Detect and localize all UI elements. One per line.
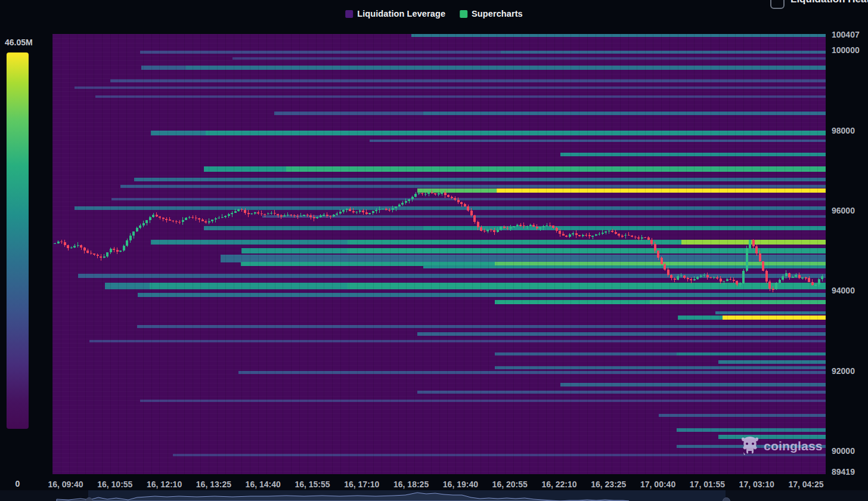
colorbar-gradient	[7, 52, 29, 429]
candle-body	[126, 240, 128, 246]
candle-body	[552, 225, 554, 228]
time-axis-label: 16, 13:25	[196, 480, 231, 489]
candle-body	[188, 217, 191, 218]
candle-body	[772, 289, 774, 289]
price-axis-label: 98000	[832, 126, 855, 135]
navigator-left-handle-icon[interactable]	[85, 497, 93, 501]
candle-body	[254, 212, 256, 213]
candle-body	[670, 275, 672, 279]
candle-body	[457, 200, 460, 202]
candle-body	[477, 222, 479, 228]
candle-body	[706, 275, 709, 277]
candle-body	[70, 248, 73, 248]
chart-legend: Liquidation Leverage Supercharts	[345, 9, 523, 18]
candle-body	[739, 283, 742, 284]
candle-body	[562, 234, 565, 236]
legend-swatch-purple-icon	[345, 10, 353, 18]
candle-body	[106, 252, 108, 256]
candle-body	[339, 212, 342, 214]
candle-body	[805, 277, 807, 278]
candle-body	[247, 213, 250, 215]
candle-body	[779, 280, 781, 283]
price-axis-label: 100000	[832, 45, 860, 55]
candle-body	[490, 230, 492, 230]
candle-body	[57, 242, 60, 243]
candle-body	[454, 198, 456, 200]
candle-body	[447, 195, 450, 197]
candle-body	[519, 225, 522, 225]
candle-body	[336, 214, 338, 215]
candle-body	[379, 209, 381, 211]
candle-body	[195, 218, 197, 218]
checkbox-label[interactable]: Liquidation Heatmap	[790, 0, 868, 5]
legend-label: Supercharts	[472, 9, 523, 18]
candle-body	[591, 236, 594, 236]
candle-body	[67, 245, 69, 248]
chart-navigator[interactable]	[0, 490, 868, 501]
candle-body	[621, 236, 624, 236]
price-axis-label: 96000	[832, 206, 855, 215]
candle-body	[152, 215, 154, 217]
candle-body	[493, 230, 495, 233]
candle-body	[510, 227, 512, 228]
candle-body	[736, 281, 738, 284]
candle-body	[198, 218, 200, 219]
legend-item-supercharts[interactable]: Supercharts	[460, 9, 523, 18]
candle-wick	[491, 228, 491, 232]
candle-body	[257, 212, 259, 213]
candle-body	[162, 218, 165, 219]
time-axis-label: 16, 18:25	[393, 480, 429, 489]
candle-body	[755, 246, 758, 253]
candle-body	[615, 232, 617, 234]
candle-body	[411, 197, 414, 199]
candle-body	[602, 233, 604, 234]
candle-body	[224, 216, 227, 217]
time-axis-label: 16, 12:10	[147, 480, 182, 489]
candle-body	[169, 219, 171, 220]
candle-body	[323, 215, 325, 215]
candle-body	[372, 211, 374, 213]
price-axis-label: 100407	[832, 30, 860, 39]
navigator-right-handle-icon[interactable]	[723, 497, 730, 501]
candle-body	[414, 194, 417, 197]
candle-wick	[307, 214, 308, 217]
candle-body	[136, 228, 138, 231]
candle-body	[733, 280, 735, 281]
heatmap-plot-area[interactable]: coinglass	[52, 34, 826, 474]
candle-body	[359, 211, 361, 212]
candle-body	[365, 212, 368, 214]
candle-body	[782, 276, 784, 280]
candle-body	[182, 220, 184, 222]
candle-body	[749, 240, 751, 248]
checkbox[interactable]	[770, 0, 785, 9]
candle-body	[480, 227, 482, 231]
candle-body	[427, 193, 430, 194]
legend-item-liquidation-leverage[interactable]: Liquidation Leverage	[345, 9, 445, 18]
candle-body	[149, 217, 151, 220]
candle-body	[677, 276, 679, 280]
candle-body	[814, 284, 817, 285]
candle-body	[398, 205, 401, 206]
candle-wick	[432, 190, 432, 194]
candle-body	[582, 235, 584, 236]
candle-body	[64, 242, 66, 245]
candle-body	[785, 273, 788, 277]
time-axis-label: 17, 00:40	[640, 480, 675, 489]
candle-body	[464, 204, 466, 206]
candle-body	[329, 216, 331, 217]
candle-body	[270, 213, 272, 214]
candle-body	[231, 213, 233, 214]
candle-body	[438, 193, 440, 194]
candle-body	[326, 215, 328, 215]
candle-body	[408, 199, 410, 201]
candle-body	[234, 211, 237, 213]
candle-body	[559, 231, 561, 234]
candle-body	[349, 209, 351, 211]
candle-body	[119, 250, 122, 252]
candle-body	[418, 193, 420, 194]
candle-body	[392, 208, 394, 210]
candle-body	[211, 219, 213, 221]
candle-body	[313, 217, 315, 218]
candle-body	[729, 279, 731, 280]
candle-body	[611, 231, 613, 232]
